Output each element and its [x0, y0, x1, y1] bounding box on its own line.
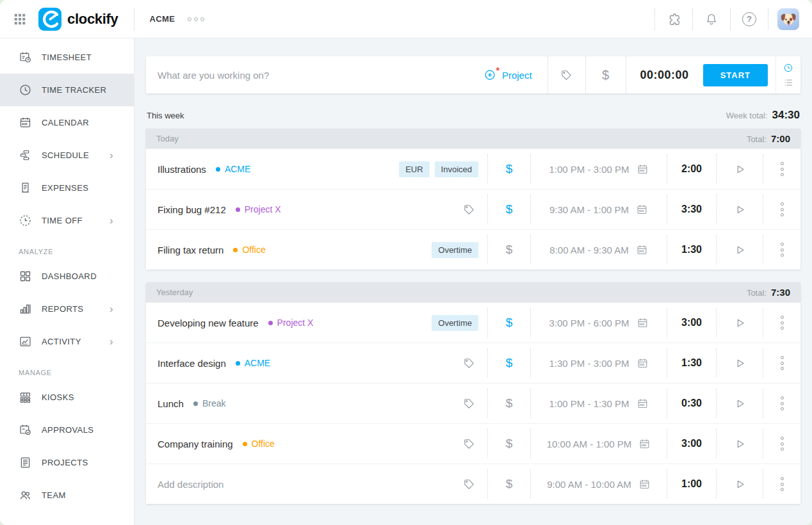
time-range[interactable]: 1:00 PM - 3:00 PM: [549, 164, 629, 175]
entry-duration[interactable]: 3:30: [667, 190, 716, 229]
entry-description[interactable]: Fixing bug #212: [158, 204, 226, 215]
tags-button[interactable]: [450, 190, 487, 229]
entry-duration[interactable]: 0:30: [667, 384, 716, 423]
tags-button[interactable]: [548, 56, 585, 93]
time-range[interactable]: 1:30 PM - 3:00 PM: [549, 358, 629, 369]
play-icon: [734, 398, 746, 410]
time-range[interactable]: 8:00 AM - 9:30 AM: [549, 245, 628, 255]
time-range[interactable]: 3:00 PM - 6:00 PM: [549, 318, 629, 328]
billable-toggle[interactable]: $: [488, 303, 530, 343]
time-range-cell: 1:30 PM - 3:00 PM: [531, 343, 667, 383]
calendar-icon[interactable]: [638, 478, 651, 490]
entry-description[interactable]: Developing new feature: [158, 318, 259, 328]
sidebar-item-approvals[interactable]: APPROVALS: [0, 414, 134, 446]
entry-description[interactable]: Company training: [158, 439, 233, 449]
calendar-icon[interactable]: [636, 204, 648, 216]
continue-entry-button[interactable]: [717, 424, 763, 464]
time-range[interactable]: 9:00 AM - 10:00 AM: [547, 479, 631, 490]
continue-entry-button[interactable]: [717, 230, 763, 270]
calendar-icon[interactable]: [637, 163, 649, 175]
timer-mode-icon[interactable]: [783, 63, 793, 73]
billable-toggle[interactable]: $: [488, 149, 530, 189]
apps-grid-icon[interactable]: [13, 12, 27, 26]
sidebar-item-expenses[interactable]: EXPENSES: [0, 172, 134, 204]
entry-menu-button[interactable]: [763, 230, 800, 270]
calendar-icon[interactable]: [637, 357, 649, 369]
calendar-icon[interactable]: [636, 244, 648, 256]
tags-button[interactable]: [450, 424, 487, 464]
entry-project[interactable]: Break: [193, 398, 226, 408]
start-button[interactable]: START: [703, 64, 768, 86]
billable-toggle[interactable]: $: [488, 190, 530, 229]
manual-mode-icon[interactable]: [783, 77, 793, 88]
sidebar-item-projects[interactable]: PROJECTS: [0, 446, 134, 479]
entry-menu-button[interactable]: [763, 384, 800, 423]
entry-menu-button[interactable]: [763, 343, 800, 383]
time-range[interactable]: 10:00 AM - 1:00 PM: [547, 439, 632, 449]
continue-entry-button[interactable]: [717, 303, 763, 343]
continue-entry-button[interactable]: [717, 464, 763, 504]
entry-menu-button[interactable]: [763, 303, 800, 343]
entry-duration[interactable]: 1:00: [667, 464, 716, 504]
entry-description-placeholder[interactable]: Add description: [158, 479, 223, 490]
sidebar-item-reports[interactable]: REPORTS ›: [0, 293, 134, 325]
sidebar-item-team[interactable]: TEAM: [0, 479, 134, 512]
sidebar-item-schedule[interactable]: SCHEDULE ›: [0, 139, 134, 172]
entry-duration[interactable]: 3:00: [667, 424, 716, 464]
user-avatar[interactable]: 🐶: [777, 8, 799, 30]
billable-toggle[interactable]: $: [488, 230, 530, 270]
continue-entry-button[interactable]: [717, 343, 763, 383]
sidebar-item-dashboard[interactable]: DASHBOARD: [0, 260, 134, 293]
continue-entry-button[interactable]: [717, 384, 763, 423]
schedule-icon: [19, 149, 32, 162]
entry-project[interactable]: ACME: [216, 164, 250, 174]
help-button[interactable]: ?: [731, 12, 768, 26]
billable-toggle[interactable]: $: [488, 384, 530, 423]
time-range[interactable]: 1:00 PM - 1:30 PM: [549, 398, 629, 409]
play-icon: [734, 438, 746, 450]
billable-button[interactable]: $: [586, 56, 626, 93]
calendar-icon[interactable]: [637, 317, 649, 329]
entry-description[interactable]: Illustrations: [158, 164, 206, 175]
entry-description[interactable]: Filing tax return: [158, 245, 223, 255]
sidebar-item-time-tracker[interactable]: TIME TRACKER: [0, 74, 134, 106]
integrations-button[interactable]: [655, 12, 692, 26]
entry-menu-button[interactable]: [763, 190, 800, 229]
workspace-menu-dots[interactable]: [188, 17, 204, 21]
entry-menu-button[interactable]: [763, 424, 800, 464]
time-range[interactable]: 9:30 AM - 1:00 PM: [549, 204, 629, 215]
tags-button[interactable]: [450, 384, 487, 423]
entry-duration[interactable]: 2:00: [667, 149, 716, 189]
entry-project[interactable]: Project X: [268, 318, 314, 328]
entry-menu-button[interactable]: [763, 149, 800, 189]
notifications-button[interactable]: [693, 12, 730, 26]
sidebar-item-calendar[interactable]: CALENDAR: [0, 106, 134, 139]
sidebar-item-timesheet[interactable]: TIMESHEET: [0, 41, 134, 74]
entry-project[interactable]: Project X: [236, 204, 281, 214]
calendar-icon[interactable]: [637, 398, 649, 410]
billable-toggle[interactable]: $: [488, 343, 530, 383]
entry-project[interactable]: Office: [233, 245, 265, 255]
sidebar-item-activity[interactable]: ACTIVITY ›: [0, 325, 134, 358]
select-project-button[interactable]: * Project: [468, 56, 548, 93]
tags-button[interactable]: [450, 464, 487, 504]
billable-toggle[interactable]: $: [488, 464, 530, 504]
workspace-name[interactable]: ACME: [150, 14, 175, 24]
billable-toggle[interactable]: $: [488, 424, 530, 464]
entry-project[interactable]: ACME: [236, 358, 270, 368]
entry-duration[interactable]: 1:30: [667, 230, 716, 270]
clockify-logo[interactable]: clockify: [38, 8, 118, 31]
entry-duration[interactable]: 1:30: [667, 343, 716, 383]
sidebar-item-time-off[interactable]: TIME OFF ›: [0, 204, 134, 237]
entry-duration[interactable]: 3:00: [667, 303, 716, 343]
entry-menu-button[interactable]: [763, 464, 800, 504]
calendar-icon[interactable]: [638, 438, 651, 450]
continue-entry-button[interactable]: [717, 190, 763, 229]
entry-description[interactable]: Lunch: [158, 398, 184, 409]
entry-description[interactable]: Interface design: [158, 358, 226, 369]
continue-entry-button[interactable]: [717, 149, 763, 189]
sidebar-item-kiosks[interactable]: KIOSKS: [0, 381, 134, 414]
entry-project[interactable]: Office: [243, 439, 275, 449]
tags-button[interactable]: [450, 343, 487, 383]
description-input[interactable]: [146, 56, 468, 93]
